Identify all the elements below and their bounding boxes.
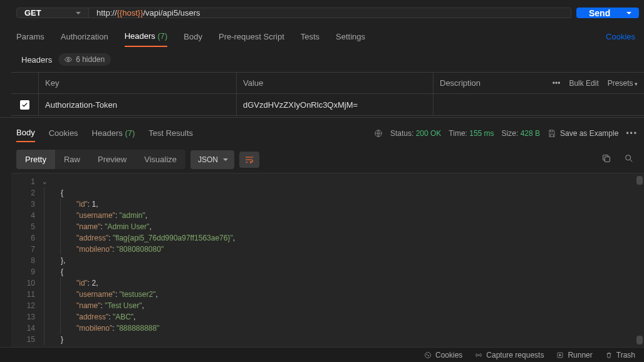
antenna-icon bbox=[475, 351, 482, 359]
presets-dropdown[interactable]: Presets bbox=[608, 79, 638, 88]
line-gutter: 123456789101112131415 bbox=[11, 173, 43, 347]
svg-point-7 bbox=[479, 354, 479, 355]
headers-table-row[interactable]: Authorization-Token dGVzdHVzZXIyOnRlc3Qx… bbox=[11, 94, 644, 115]
tab-headers-count: (7) bbox=[157, 31, 167, 41]
resp-tab-headers[interactable]: Headers (7) bbox=[92, 125, 135, 142]
col-description: Description bbox=[440, 78, 480, 88]
footer-capture-label: Capture requests bbox=[486, 351, 544, 359]
resp-tab-headers-label: Headers bbox=[92, 128, 123, 138]
save-as-example-label: Save as Example bbox=[560, 129, 618, 138]
cookies-link[interactable]: Cookies bbox=[606, 32, 635, 41]
time-label: Time: bbox=[449, 129, 467, 138]
footer-capture-button[interactable]: Capture requests bbox=[475, 351, 544, 359]
response-tabs: Body Cookies Headers (7) Test Results St… bbox=[0, 117, 644, 146]
bulk-edit-button[interactable]: Bulk Edit bbox=[569, 79, 598, 88]
response-toolbar: Pretty Raw Preview Visualize JSON bbox=[0, 146, 644, 173]
url-prefix: http:// bbox=[96, 8, 117, 18]
col-value: Value bbox=[237, 73, 434, 93]
code-lines: ⌄ {"id": 1,"username": "admin","name": "… bbox=[43, 173, 235, 347]
size-label: Size: bbox=[502, 129, 519, 138]
footer-runner-button[interactable]: Runner bbox=[556, 351, 592, 359]
workspace: GET http://{{host}}/vapi/api5/users Send… bbox=[0, 0, 644, 362]
cookie-icon bbox=[424, 351, 432, 359]
request-bar: GET http://{{host}}/vapi/api5/users Send bbox=[0, 5, 644, 26]
eye-icon bbox=[65, 56, 72, 63]
search-button[interactable] bbox=[620, 150, 638, 169]
tab-params[interactable]: Params bbox=[16, 27, 44, 46]
view-visualize-button[interactable]: Visualize bbox=[135, 150, 185, 169]
svg-point-5 bbox=[427, 354, 427, 354]
more-button[interactable]: ••• bbox=[553, 79, 561, 88]
status-bar: Cookies Capture requests Runner Trash bbox=[0, 347, 644, 362]
wrap-lines-button[interactable] bbox=[239, 152, 259, 168]
response-body[interactable]: 123456789101112131415 ⌄ {"id": 1,"userna… bbox=[11, 173, 644, 347]
footer-trash-button[interactable]: Trash bbox=[605, 351, 635, 359]
svg-point-0 bbox=[68, 59, 70, 61]
tab-authorization[interactable]: Authorization bbox=[61, 27, 108, 46]
send-button[interactable]: Send bbox=[576, 8, 639, 18]
response-meta: Status: 200 OK Time: 155 ms Size: 428 B … bbox=[374, 129, 638, 138]
svg-point-6 bbox=[428, 355, 428, 356]
request-tabs: Params Authorization Headers (7) Body Pr… bbox=[0, 26, 644, 47]
response-more-button[interactable]: ••• bbox=[626, 129, 638, 138]
url-variable: {{host}} bbox=[117, 8, 143, 18]
footer-cookies-label: Cookies bbox=[435, 351, 462, 359]
play-icon bbox=[556, 351, 564, 359]
col-key: Key bbox=[39, 73, 237, 93]
wrap-icon bbox=[244, 155, 254, 164]
scrollbar[interactable] bbox=[636, 176, 643, 344]
footer-cookies-button[interactable]: Cookies bbox=[424, 351, 462, 359]
save-icon bbox=[548, 129, 556, 138]
status-value: 200 OK bbox=[416, 129, 442, 138]
header-key-cell[interactable]: Authorization-Token bbox=[39, 94, 237, 115]
headers-title: Headers bbox=[21, 55, 52, 65]
check-icon bbox=[21, 101, 28, 108]
url-suffix: /vapi/api5/users bbox=[143, 8, 200, 18]
resp-tab-headers-count: (7) bbox=[125, 128, 135, 138]
url-input[interactable]: http://{{host}}/vapi/api5/users bbox=[89, 8, 571, 18]
method-select[interactable]: GET bbox=[16, 8, 89, 18]
header-value-cell[interactable]: dGVzdHVzZXIyOnRlc3QxMjM= bbox=[237, 94, 434, 115]
tab-body[interactable]: Body bbox=[184, 27, 202, 46]
headers-table-header: Key Value Description ••• Bulk Edit Pres… bbox=[11, 73, 644, 94]
tab-headers[interactable]: Headers (7) bbox=[125, 26, 168, 47]
format-select[interactable]: JSON bbox=[190, 150, 234, 169]
hidden-headers-toggle[interactable]: 6 hidden bbox=[58, 53, 111, 66]
row-checkbox[interactable] bbox=[20, 100, 29, 110]
resp-tab-body[interactable]: Body bbox=[16, 124, 35, 142]
tab-tests[interactable]: Tests bbox=[301, 27, 319, 46]
tab-headers-label: Headers bbox=[125, 31, 155, 41]
svg-rect-2 bbox=[605, 157, 610, 162]
tab-prerequest[interactable]: Pre-request Script bbox=[219, 27, 284, 46]
time-value: 155 ms bbox=[469, 129, 494, 138]
view-raw-button[interactable]: Raw bbox=[55, 150, 89, 169]
headers-table: Key Value Description ••• Bulk Edit Pres… bbox=[11, 72, 644, 116]
svg-point-3 bbox=[626, 155, 631, 160]
size-value: 428 B bbox=[521, 129, 540, 138]
tab-settings[interactable]: Settings bbox=[336, 27, 365, 46]
status-label: Status: bbox=[390, 129, 413, 138]
footer-trash-label: Trash bbox=[616, 351, 635, 359]
trash-icon bbox=[605, 351, 613, 359]
search-icon bbox=[624, 153, 634, 163]
save-as-example-button[interactable]: Save as Example bbox=[548, 129, 618, 138]
resp-tab-test-results[interactable]: Test Results bbox=[148, 125, 193, 142]
copy-icon bbox=[601, 153, 611, 163]
footer-runner-label: Runner bbox=[568, 351, 592, 359]
header-desc-cell[interactable] bbox=[434, 94, 644, 115]
headers-subheader: Headers 6 hidden bbox=[0, 47, 644, 72]
globe-icon[interactable] bbox=[374, 129, 383, 138]
view-pretty-button[interactable]: Pretty bbox=[16, 150, 55, 169]
hidden-headers-label: 6 hidden bbox=[76, 55, 105, 64]
resp-tab-cookies[interactable]: Cookies bbox=[49, 125, 78, 142]
view-mode-segment: Pretty Raw Preview Visualize bbox=[16, 150, 185, 169]
svg-point-4 bbox=[425, 352, 430, 358]
copy-button[interactable] bbox=[598, 150, 615, 169]
view-preview-button[interactable]: Preview bbox=[89, 150, 135, 169]
